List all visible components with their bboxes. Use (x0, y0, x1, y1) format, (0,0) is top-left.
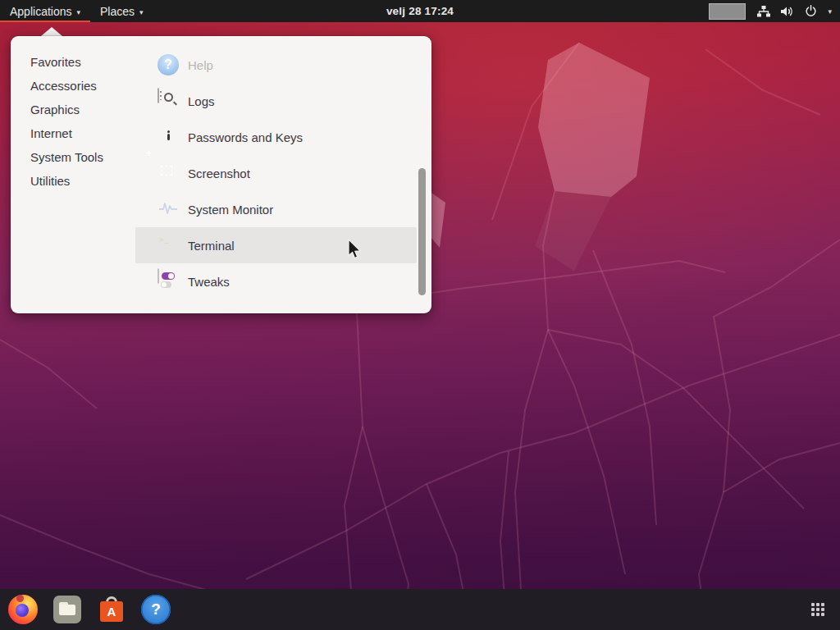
app-label: System Monitor (188, 203, 273, 217)
category-list: Favorites Accessories Graphics Internet … (30, 50, 115, 193)
passwords-keys-icon (156, 125, 180, 149)
system-status-area[interactable]: ▾ (709, 0, 840, 22)
top-bar: Applications ▾ Places ▾ velj 28 17:24 (0, 0, 840, 22)
firefox-icon (8, 595, 38, 624)
screenshot-icon: + (156, 161, 180, 185)
app-item-terminal[interactable]: >_ Terminal (135, 227, 417, 263)
app-item-help[interactable]: ? Help (135, 47, 417, 83)
dock-item-help[interactable]: ? (141, 595, 171, 624)
chevron-down-icon: ▾ (828, 7, 832, 16)
applications-menu-popup: Favorites Accessories Graphics Internet … (11, 36, 431, 313)
dock-item-ubuntu-software[interactable]: A (97, 595, 126, 624)
system-monitor-icon (156, 197, 180, 221)
app-label: Help (188, 58, 213, 72)
dock: A ? (0, 589, 840, 630)
volume-icon (781, 6, 794, 17)
applications-menu-label: Applications (10, 5, 72, 18)
network-icon (757, 6, 770, 17)
app-item-logs[interactable]: Logs (135, 83, 417, 119)
app-label: Logs (188, 94, 215, 108)
menu-scrollbar[interactable] (418, 168, 426, 295)
tweaks-icon (156, 269, 180, 294)
menu-pointer-arrow (41, 27, 62, 36)
clock-button[interactable]: velj 28 17:24 (386, 5, 454, 17)
app-item-screenshot[interactable]: + Screenshot (135, 155, 417, 191)
category-system-tools[interactable]: System Tools (30, 145, 115, 169)
help-icon: ? (141, 595, 171, 624)
ubuntu-software-icon: A (99, 596, 124, 623)
app-item-system-monitor[interactable]: System Monitor (135, 191, 417, 227)
files-icon (53, 596, 81, 623)
app-label: Passwords and Keys (188, 130, 303, 144)
dock-item-firefox[interactable] (8, 595, 38, 624)
dock-item-files[interactable] (52, 595, 82, 624)
category-internet[interactable]: Internet (30, 121, 115, 145)
app-item-tweaks[interactable]: Tweaks (135, 263, 417, 299)
wallpaper-highlight-facet (538, 43, 650, 197)
logs-icon (156, 89, 180, 113)
system-indicator-icons: ▾ (757, 5, 832, 17)
category-graphics[interactable]: Graphics (30, 98, 115, 121)
places-menu-label: Places (100, 5, 135, 18)
category-accessories[interactable]: Accessories (30, 74, 115, 98)
chevron-down-icon: ▾ (77, 8, 81, 16)
app-label: Terminal (188, 239, 235, 253)
chevron-down-icon: ▾ (139, 8, 144, 16)
category-utilities[interactable]: Utilities (30, 169, 115, 193)
terminal-icon: >_ (156, 233, 180, 258)
power-icon (805, 5, 817, 17)
screen-indicator (709, 3, 746, 20)
applications-menu-button[interactable]: Applications ▾ (0, 0, 90, 22)
places-menu-button[interactable]: Places ▾ (90, 0, 153, 22)
show-applications-button[interactable] (811, 603, 825, 617)
category-favorites[interactable]: Favorites (30, 50, 115, 74)
app-label: Tweaks (188, 275, 230, 289)
help-icon: ? (156, 52, 180, 77)
app-item-passwords-and-keys[interactable]: Passwords and Keys (135, 119, 417, 155)
app-list: ? Help Logs Passwords and Keys + Screens… (135, 47, 417, 299)
app-label: Screenshot (188, 167, 250, 180)
